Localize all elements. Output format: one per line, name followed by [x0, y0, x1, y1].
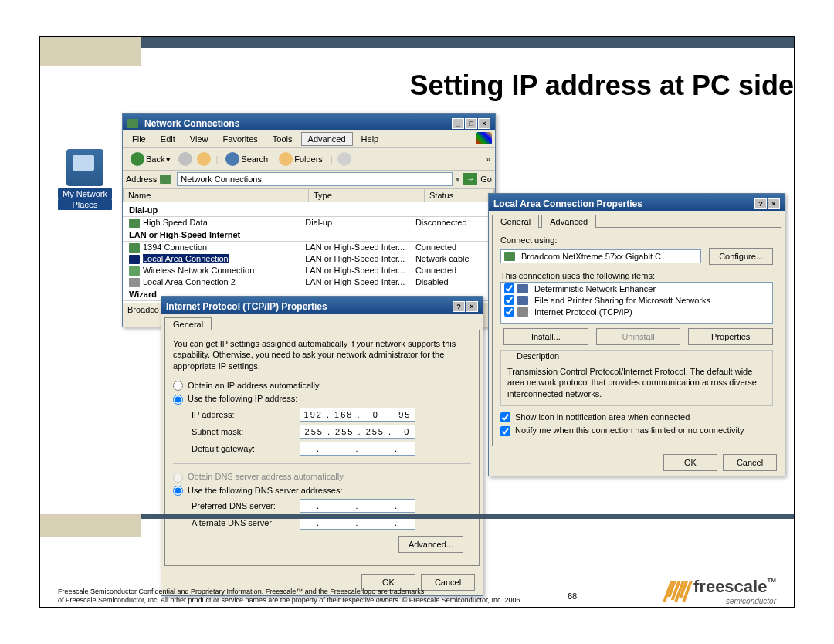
- top-band: [40, 37, 794, 66]
- menu-view[interactable]: View: [184, 133, 215, 145]
- legal-text: Freescale Semiconductor Confidential and…: [58, 588, 522, 597]
- ip-address-input[interactable]: [300, 408, 415, 422]
- desktop-icon-my-network-places[interactable]: My Network Places: [58, 149, 112, 203]
- titlebar: Network Connections _ □ ×: [123, 114, 495, 130]
- titlebar: Local Area Connection Properties ? ×: [489, 194, 785, 211]
- menu-file[interactable]: File: [126, 133, 152, 145]
- address-icon: [160, 175, 171, 184]
- window-title: Local Area Connection Properties: [493, 198, 642, 209]
- folders-icon: [279, 152, 293, 166]
- notify-checkbox[interactable]: [500, 426, 510, 436]
- uninstall-button: Uninstall: [596, 328, 681, 345]
- window-icon: [127, 119, 138, 128]
- tab-general[interactable]: General: [492, 215, 539, 228]
- subnet-mask-label: Subnet mask:: [192, 427, 300, 436]
- address-input[interactable]: [177, 172, 453, 186]
- legal-text: of Freescale Semiconductor, Inc. All oth…: [58, 596, 522, 605]
- search-icon: [225, 152, 239, 166]
- item-checkbox[interactable]: [504, 307, 514, 317]
- col-name[interactable]: Name: [124, 189, 309, 202]
- advanced-button[interactable]: Advanced...: [398, 536, 463, 553]
- footer: Freescale Semiconductor Confidential and…: [58, 577, 776, 605]
- properties-button[interactable]: Properties: [688, 328, 773, 345]
- row-high-speed-data[interactable]: High Speed Data Dial-up Disconnected: [123, 217, 495, 229]
- radio-use-dns[interactable]: [173, 486, 183, 496]
- pref-dns-label: Preferred DNS server:: [192, 501, 300, 510]
- menu-help[interactable]: Help: [355, 133, 385, 145]
- windows-flag-icon: [476, 132, 492, 144]
- window-title: Network Connections: [144, 118, 239, 129]
- component-icon: [517, 284, 528, 293]
- connection-list: Dial-up High Speed Data Dial-up Disconne…: [123, 202, 495, 303]
- bottom-band: [40, 514, 794, 537]
- radio-use-ip[interactable]: [173, 395, 183, 405]
- close-button[interactable]: ×: [466, 301, 478, 312]
- network-places-icon: [66, 149, 103, 186]
- icon-label: My Network: [58, 188, 112, 199]
- back-icon: [131, 152, 144, 166]
- connect-using-label: Connect using:: [500, 236, 773, 245]
- radio-obtain-dns-auto: [173, 473, 183, 483]
- menu-tools[interactable]: Tools: [266, 133, 299, 145]
- items-list[interactable]: Deterministic Network Enhancer File and …: [500, 282, 773, 324]
- col-status[interactable]: Status: [425, 189, 494, 202]
- freescale-logo: freescaleTM semiconductor: [666, 577, 776, 605]
- up-icon[interactable]: [197, 152, 211, 166]
- tcpip-properties-dialog: Internet Protocol (TCP/IP) Properties ? …: [161, 296, 483, 596]
- radio-obtain-ip-auto[interactable]: [173, 381, 183, 391]
- component-icon: [517, 296, 528, 305]
- configure-button[interactable]: Configure...: [709, 248, 773, 265]
- install-button[interactable]: Install...: [503, 328, 588, 345]
- gateway-input[interactable]: [300, 442, 415, 456]
- item-checkbox[interactable]: [504, 295, 514, 305]
- item-checkbox[interactable]: [504, 283, 514, 293]
- menu-edit[interactable]: Edit: [154, 133, 181, 145]
- icon-label: Places: [58, 199, 112, 210]
- protocol-icon: [517, 307, 528, 317]
- window-title: Internet Protocol (TCP/IP) Properties: [166, 301, 327, 312]
- show-icon-checkbox[interactable]: [500, 412, 510, 422]
- adapter-field: Broadcom NetXtreme 57xx Gigabit C: [500, 249, 701, 263]
- ok-button[interactable]: OK: [663, 454, 717, 471]
- row-local-area-connection[interactable]: Local Area Connection LAN or High-Speed …: [123, 253, 495, 265]
- logo-icon: [666, 581, 689, 602]
- close-button[interactable]: ×: [478, 118, 490, 129]
- list-header: Name Type Status: [123, 188, 495, 202]
- description-group: Description Transmission Control Protoco…: [500, 350, 773, 406]
- titlebar: Internet Protocol (TCP/IP) Properties ? …: [161, 297, 483, 314]
- go-button[interactable]: →: [463, 173, 477, 185]
- addressbar: Address ▾ → Go: [123, 171, 495, 188]
- help-text: You can get IP settings assigned automat…: [173, 338, 471, 371]
- subnet-mask-input[interactable]: [300, 425, 415, 439]
- row-wireless[interactable]: Wireless Network Connection LAN or High-…: [123, 265, 495, 276]
- minimize-button[interactable]: _: [452, 118, 464, 129]
- lac-properties-dialog: Local Area Connection Properties ? × Gen…: [488, 193, 785, 476]
- row-lac2[interactable]: Local Area Connection 2 LAN or High-Spee…: [123, 276, 495, 288]
- back-button[interactable]: Back ▾: [127, 151, 174, 168]
- description-text: Transmission Control Protocol/Internet P…: [507, 366, 766, 399]
- help-button[interactable]: ?: [453, 301, 465, 312]
- slide-title: Setting IP address at PC side: [410, 69, 795, 102]
- folders-button[interactable]: Folders: [276, 151, 326, 168]
- menu-favorites[interactable]: Favorites: [217, 133, 264, 145]
- cancel-button[interactable]: Cancel: [723, 454, 777, 471]
- chevron-icon[interactable]: »: [486, 155, 490, 164]
- items-label: This connection uses the following items…: [500, 271, 773, 280]
- menu-advanced[interactable]: Advanced: [301, 132, 353, 146]
- pref-dns-input[interactable]: [300, 499, 415, 513]
- address-label: Address: [126, 175, 157, 184]
- nic-icon: [504, 252, 515, 261]
- col-type[interactable]: Type: [309, 189, 425, 202]
- search-button[interactable]: Search: [222, 151, 271, 168]
- tab-general[interactable]: General: [164, 317, 212, 330]
- row-1394[interactable]: 1394 Connection LAN or High-Speed Inter.…: [123, 242, 495, 253]
- views-icon[interactable]: [337, 152, 351, 166]
- close-button[interactable]: ×: [768, 198, 780, 209]
- forward-button[interactable]: [178, 152, 192, 166]
- help-button[interactable]: ?: [754, 198, 767, 209]
- tab-advanced[interactable]: Advanced: [541, 215, 596, 228]
- maximize-button[interactable]: □: [465, 118, 477, 129]
- toolbar: Back ▾ | Search Folders | »: [123, 148, 495, 171]
- group-dialup: Dial-up: [123, 204, 495, 217]
- ip-address-label: IP address:: [192, 410, 300, 419]
